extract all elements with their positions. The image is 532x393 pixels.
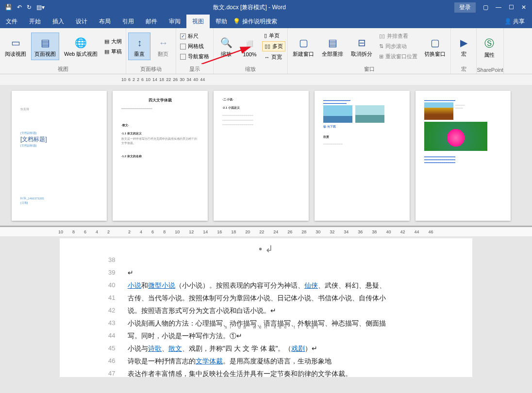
line-text[interactable]: ↵ <box>128 267 414 278</box>
line-number: 39 <box>108 267 120 278</box>
thumb2-desc: 散文是一种作者写自己经历见闻中的真情实感的灵活精干的文学体裁。 <box>121 137 199 146</box>
line-text[interactable] <box>128 255 414 265</box>
side-to-side-label: 翻页 <box>158 50 168 58</box>
page-move-group-label: 页面移动 <box>126 65 176 74</box>
document-line[interactable]: 42说。按照语言形式可分为文言小说和白话小说。↵ <box>108 305 414 316</box>
document-line[interactable]: 38 <box>108 255 414 265</box>
tab-home[interactable]: 开始 <box>23 15 47 29</box>
web-layout-button[interactable]: 🌐Web 版式视图 <box>61 33 100 60</box>
line-text[interactable]: 小说与诗歌、散文、戏剧，并称"四 大 文 学 体 裁"。（戏剧）↵ <box>128 343 414 354</box>
side-to-side-button[interactable]: ↔翻页 <box>152 33 174 60</box>
side-to-side-icon: ↔ <box>155 35 171 50</box>
switch-windows-button[interactable]: ▢切换窗口 <box>421 33 449 60</box>
new-window-button[interactable]: ▢新建窗口 <box>290 33 317 60</box>
nav-pane-checkbox[interactable]: 导航窗格 <box>178 52 211 61</box>
document-line[interactable]: 40小说和微型小说（小小说）。按照表现的内容可分为神话、仙侠、武侠、科幻、悬疑、 <box>108 280 414 291</box>
page-thumbnail-5[interactable]: ⎯⎯⎯⎯⎯⎯⎯⎯⎯⎯⎯⎯⎯⎯⎯⎯ ⎯⎯⎯⎯⎯⎯⎯⎯⎯ ⎯⎯⎯⎯⎯⎯⎯⎯⎯⎯⎯⎯⎯… <box>416 91 511 221</box>
tab-insert[interactable]: 插入 <box>47 15 70 29</box>
save-icon[interactable]: 💾 <box>5 4 12 11</box>
document-line[interactable]: 47表达作者丰富情感，集中反映社会生活并具有一定节奏和韵律的文学体裁。 <box>108 368 414 377</box>
ruler-checkbox[interactable]: 标尺 <box>178 32 211 41</box>
thumb-image <box>424 122 487 151</box>
print-layout-button[interactable]: ▤页面视图 <box>31 33 59 60</box>
sync-scroll-button[interactable]: ⇅同步滚动 <box>377 42 419 51</box>
page-thumbnail-3[interactable]: ·二 小说· ·2.1 小说定义 ⎯⎯⎯⎯⎯⎯⎯⎯⎯⎯⎯⎯⎯⎯⎯⎯⎯⎯⎯⎯⎯⎯⎯… <box>214 91 309 221</box>
ruler-tick: 26 <box>173 77 178 82</box>
one-page-icon: ▯ <box>264 33 267 39</box>
document-line[interactable]: 39↵ <box>108 267 414 278</box>
document-line[interactable]: 41古传、当代等小说。按照体制可分为章回体小说、日记体小说、书信体小说、自传体小 <box>108 293 414 303</box>
tab-help[interactable]: 帮助 <box>210 15 233 29</box>
one-page-button[interactable]: ▯单页 <box>262 31 285 40</box>
line-text[interactable]: 古传、当代等小说。按照体制可分为章回体小说、日记体小说、书信体小说、自传体小 <box>128 293 414 303</box>
vertical-button[interactable]: ↕垂直 <box>128 33 150 60</box>
ribbon-display-icon[interactable]: ▢ <box>483 4 488 11</box>
ruler-tick: 10 <box>58 229 63 234</box>
tab-review[interactable]: 审阅 <box>163 15 186 29</box>
ruler-tick: 2 <box>133 77 135 82</box>
tab-view[interactable]: 视图 <box>186 15 210 29</box>
tab-layout[interactable]: 布局 <box>93 15 116 29</box>
multi-page-button[interactable]: ▯▯多页 <box>262 41 285 51</box>
tab-mailings[interactable]: 邮件 <box>140 15 163 29</box>
tab-references[interactable]: 引用 <box>116 15 140 29</box>
thumb-subtitle: [文档副标题] <box>20 131 98 135</box>
tab-design[interactable]: 设计 <box>70 15 93 29</box>
page-thumbnail-4[interactable]: ⎯⎯⎯⎯⎯⎯⎯⎯⎯⎯⎯⎯⎯⎯ ⎯⎯⎯⎯⎯⎯⎯⎯⎯⎯⎯⎯ 极·光下载 欣赏 ⎯⎯⎯… <box>315 91 410 221</box>
reset-pos-icon: ⊞ <box>379 53 383 60</box>
one-page-label: 单页 <box>269 32 280 39</box>
new-window-icon: ▢ <box>296 35 311 50</box>
ribbon-group-views: ▭阅读视图 ▤页面视图 🌐Web 版式视图 ▤大纲 ▤草稿 视图 <box>0 28 126 74</box>
tab-file[interactable]: 文件 <box>0 15 23 29</box>
thumb4-pix: 极·光下载 <box>323 125 401 129</box>
side-by-side-button[interactable]: ▯▯并排查看 <box>377 32 419 41</box>
arrange-all-button[interactable]: ▤全部重排 <box>319 33 346 60</box>
ruler-tick: 18 <box>159 77 164 82</box>
line-text[interactable]: 说。按照语言形式可分为文言小说和白话小说。↵ <box>128 305 414 316</box>
macros-button[interactable]: ▶宏 <box>453 33 474 60</box>
ruler-tick: 40 <box>193 77 198 82</box>
document-line[interactable]: 45小说与诗歌、散文、戏剧，并称"四 大 文 学 体 裁"。（戏剧）↵sì dà… <box>108 343 414 354</box>
maximize-icon[interactable]: ☐ <box>509 4 514 11</box>
undo-icon[interactable]: ↶ <box>17 4 22 11</box>
page-thumbnail-2[interactable]: 四大文学体裁 ⎯⎯⎯⎯⎯⎯⎯⎯⎯⎯⎯⎯⎯⎯⎯⎯ ·散文· ·1.1 体文的定义 … <box>113 91 208 221</box>
ribbon-group-macros: ▶宏 宏 <box>451 28 477 74</box>
switch-windows-icon: ▢ <box>427 35 443 50</box>
thumb4-view: 欣赏 <box>323 135 401 139</box>
qat-more-icon[interactable]: ▤▾ <box>36 4 45 11</box>
share-label: 共享 <box>513 18 525 25</box>
ruler-tick: 22 <box>259 229 264 234</box>
minimize-icon[interactable]: — <box>496 4 501 11</box>
outline-button[interactable]: ▤大纲 <box>102 37 124 46</box>
close-icon[interactable]: ✕ <box>521 4 526 11</box>
reset-position-button[interactable]: ⊞重设窗口位置 <box>377 52 419 61</box>
line-text[interactable]: 小说和微型小说（小小说）。按照表现的内容可分为神话、仙侠、武侠、科幻、悬疑、 <box>128 280 414 291</box>
zoom-button[interactable]: 🔍缩放 <box>216 33 237 60</box>
outline-label: 大纲 <box>111 38 122 45</box>
window-group-label: 窗口 <box>288 65 450 74</box>
line-text[interactable]: 表达作者丰富情感，集中反映社会生活并具有一定节奏和韵律的文学体裁。 <box>128 368 414 377</box>
share-button[interactable]: 👤 共享 <box>504 17 525 26</box>
document-line[interactable]: 46诗歌是一种抒情言志的文学体裁。是用高度凝练的语言，生动形象地 <box>108 356 414 366</box>
redo-icon[interactable]: ↻ <box>27 4 32 11</box>
gridlines-checkbox[interactable]: 网格线 <box>178 42 211 51</box>
line-text[interactable]: 诗歌是一种抒情言志的文学体裁。是用高度凝练的语言，生动形象地 <box>128 356 414 366</box>
horizontal-ruler[interactable]: 1086422468101214161820222426283032343638… <box>0 226 532 236</box>
vertical-label: 垂直 <box>134 50 145 58</box>
ruler-tick: 2 <box>128 229 131 234</box>
tell-me-search[interactable]: 💡 操作说明搜索 <box>233 17 277 26</box>
ruler-tick: 14 <box>203 229 208 234</box>
draft-button[interactable]: ▤草稿 <box>102 47 124 56</box>
read-mode-button[interactable]: ▭阅读视图 <box>2 33 29 60</box>
hundred-percent-button[interactable]: ⬜100% <box>239 34 260 59</box>
properties-button[interactable]: Ⓢ属性 <box>479 34 500 61</box>
zoom-group-label: 缩放 <box>214 65 287 74</box>
page-width-button[interactable]: ↔页宽 <box>262 52 285 62</box>
page-thumbnail-1[interactable]: 分页符 [文档副标题] [文档标题] [文档副标题] 叶萍_1466373205… <box>12 91 107 221</box>
print-layout-label: 页面视图 <box>34 50 56 58</box>
split-button[interactable]: ⊟取消拆分 <box>348 33 375 60</box>
document-area[interactable]: • ↲ 3839↵40小说和微型小说（小小说）。按照表现的内容可分为神话、仙侠、… <box>0 236 532 377</box>
login-button[interactable]: 登录 <box>454 2 476 13</box>
thumbnail-pane[interactable]: 分页符 [文档副标题] [文档标题] [文档副标题] 叶萍_1466373205… <box>0 85 532 226</box>
ruler-tick: 18 <box>231 229 236 234</box>
